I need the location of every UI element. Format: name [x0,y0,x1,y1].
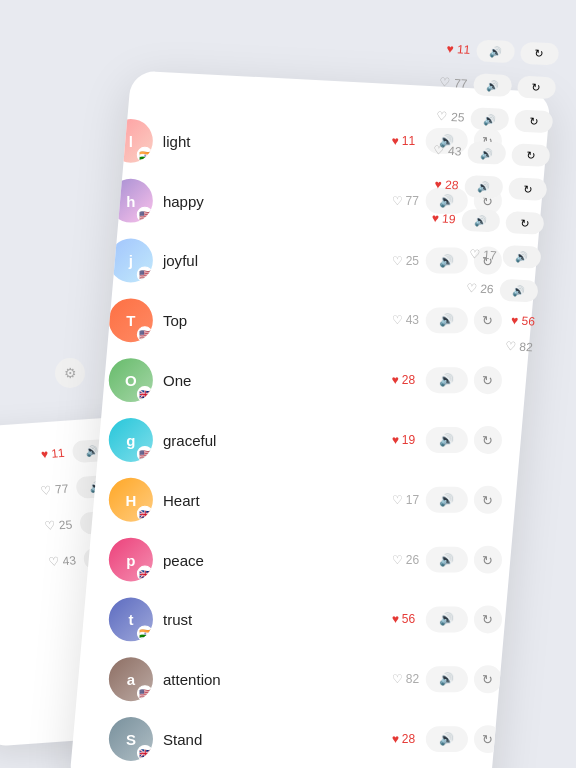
right-refresh-1[interactable]: ↻ [520,42,560,66]
right-sound-3[interactable]: 🔊 [470,107,510,131]
word-label: peace [163,551,382,568]
heart-count[interactable]: ♡ 43 [392,313,420,327]
refresh-button[interactable]: ↻ [474,366,502,394]
list-item: t 🇮🇳 trust ♥ 56 🔊 ↻ [97,589,518,649]
right-heart-7: ♡ 17 [469,247,498,262]
right-sound-4[interactable]: 🔊 [467,141,507,165]
sound-icon: 🔊 [439,732,454,746]
right-row-9: ♥ 56 [419,309,536,329]
right-row-2: ♡ 77 🔊 ↻ [439,71,557,99]
word-label: light [163,132,382,149]
heart-count[interactable]: ♡ 82 [392,672,420,686]
back-heart-3: ♡ 25 [44,517,73,533]
right-heart-1: ♥ 11 [446,42,471,57]
refresh-button[interactable]: ↻ [474,426,502,454]
right-heart-3: ♡ 25 [436,109,465,124]
list-item: p 🇬🇧 peace ♡ 26 🔊 ↻ [97,530,518,590]
avatar: j 🇺🇸 [109,239,153,283]
heart-count[interactable]: ♥ 11 [392,134,420,148]
heart-count[interactable]: ♥ 28 [392,373,420,387]
right-heart-9: ♥ 56 [511,313,536,328]
sound-icon: 🔊 [515,251,528,263]
avatar: S 🇬🇧 [109,717,153,761]
sound-button[interactable]: 🔊 [426,367,468,393]
sound-icon: 🔊 [439,433,454,447]
refresh-button[interactable]: ↻ [474,605,502,633]
right-row-5: ♥ 28 🔊 ↻ [430,173,548,201]
right-sound-8[interactable]: 🔊 [499,279,539,303]
avatar: p 🇬🇧 [109,538,153,582]
sound-icon: 🔊 [474,215,487,227]
refresh-button[interactable]: ↻ [474,486,502,514]
flag-icon: 🇮🇳 [137,625,153,641]
list-item: S 🇬🇧 Stand ♥ 28 🔊 ↻ [97,709,518,768]
gear-button[interactable]: ⚙ [55,358,85,388]
heart-count[interactable]: ♥ 28 [392,732,420,746]
refresh-icon: ↻ [535,47,545,60]
flag-icon: 🇺🇸 [137,685,153,701]
heart-count[interactable]: ♡ 25 [392,254,420,268]
refresh-icon: ↻ [482,433,493,448]
right-sound-5[interactable]: 🔊 [464,175,504,199]
right-heart-6: ♥ 19 [431,211,456,226]
sound-icon: 🔊 [439,612,454,626]
avatar: T 🇺🇸 [109,298,153,342]
heart-count[interactable]: ♡ 17 [392,493,420,507]
refresh-button[interactable]: ↻ [474,546,502,574]
row-actions: ♡ 17 🔊 ↻ [392,486,502,514]
right-refresh-4[interactable]: ↻ [511,143,551,167]
right-refresh-5[interactable]: ↻ [508,177,548,201]
right-sound-2[interactable]: 🔊 [473,73,513,97]
refresh-icon: ↻ [529,115,539,128]
sound-icon: 🔊 [512,285,525,297]
sound-icon: 🔊 [85,445,98,457]
word-label: graceful [163,431,382,448]
refresh-button[interactable]: ↻ [474,665,502,693]
avatar: O 🇬🇧 [109,358,153,402]
right-row-8: ♡ 26 🔊 [421,275,539,303]
right-refresh-3[interactable]: ↻ [514,109,554,133]
row-actions: ♡ 26 🔊 ↻ [392,546,502,574]
heart-icon: ♡ [392,254,403,268]
refresh-icon: ↻ [482,612,493,627]
row-actions: ♡ 82 🔊 ↻ [392,665,502,693]
heart-icon: ♥ [392,134,399,148]
right-actions-panel: ♥ 11 🔊 ↻ ♡ 77 🔊 ↻ ♡ 25 🔊 ↻ ♡ 43 🔊 ↻ ♥ 28… [417,38,560,355]
flag-icon: 🇺🇸 [137,326,153,342]
sound-button[interactable]: 🔊 [426,666,468,692]
right-sound-6[interactable]: 🔊 [461,209,501,233]
flag-icon: 🇺🇸 [137,207,153,223]
refresh-icon: ↻ [526,148,536,161]
refresh-icon: ↻ [523,182,533,195]
right-sound-1[interactable]: 🔊 [476,39,516,63]
right-heart-8: ♡ 26 [466,281,495,296]
refresh-icon: ↻ [482,552,493,567]
gear-icon: ⚙ [64,365,77,381]
right-row-4: ♡ 43 🔊 ↻ [433,139,551,167]
flag-icon: 🇬🇧 [137,506,153,522]
avatar: g 🇺🇸 [109,418,153,462]
right-row-6: ♥ 19 🔊 ↻ [427,207,545,235]
sound-icon: 🔊 [483,113,496,125]
word-label: Stand [163,731,382,748]
heart-count[interactable]: ♡ 77 [392,194,420,208]
row-actions: ♥ 19 🔊 ↻ [392,426,502,454]
sound-icon: 🔊 [439,672,454,686]
sound-button[interactable]: 🔊 [426,547,468,573]
flag-icon: 🇮🇳 [137,147,153,163]
word-label: joyful [163,252,382,269]
right-refresh-6[interactable]: ↻ [505,211,545,235]
sound-button[interactable]: 🔊 [426,726,468,752]
sound-button[interactable]: 🔊 [426,606,468,632]
heart-count[interactable]: ♥ 19 [392,433,420,447]
heart-count[interactable]: ♡ 26 [392,553,420,567]
right-refresh-2[interactable]: ↻ [517,76,557,100]
word-label: attention [163,671,382,688]
heart-icon: ♡ [392,553,403,567]
right-sound-7[interactable]: 🔊 [502,245,542,269]
word-label: Heart [163,491,382,508]
sound-button[interactable]: 🔊 [426,427,468,453]
refresh-button[interactable]: ↻ [474,725,502,753]
sound-button[interactable]: 🔊 [426,487,468,513]
heart-count[interactable]: ♥ 56 [392,612,420,626]
